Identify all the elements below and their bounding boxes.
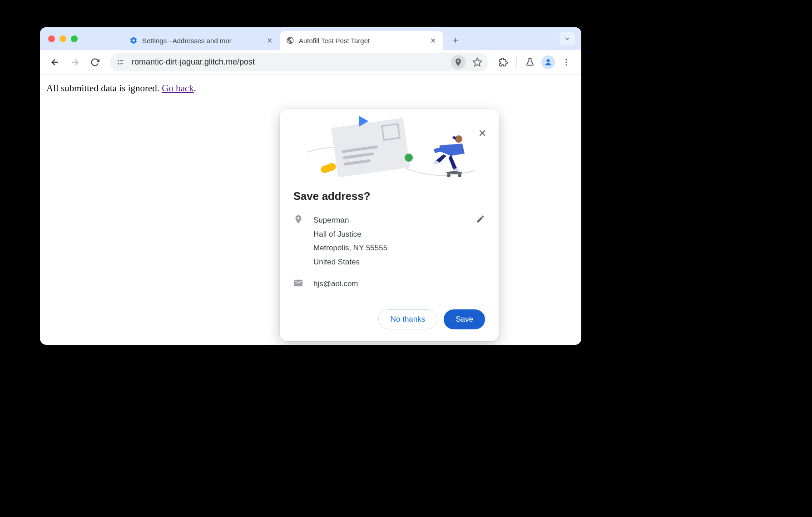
svg-rect-4	[120, 60, 124, 61]
page-text: All submitted data is ignored.	[46, 83, 162, 94]
no-thanks-button[interactable]: No thanks	[378, 309, 438, 329]
dialog-illustration: ✕	[280, 109, 499, 186]
close-dialog-button[interactable]: ✕	[476, 127, 489, 140]
email-icon	[293, 277, 303, 291]
extensions-button[interactable]	[495, 54, 512, 71]
browser-window: Settings - Addresses and mor ✕ Autofill …	[40, 27, 581, 345]
tab-autofill-test[interactable]: Autofill Test Post Target ✕	[280, 31, 443, 50]
back-button[interactable]	[46, 54, 64, 71]
window-controls	[48, 27, 78, 50]
svg-point-9	[565, 59, 567, 60]
email-row: hjs@aol.com	[293, 277, 485, 291]
maximize-window-button[interactable]	[71, 35, 78, 42]
tab-title: Autofill Test Post Target	[299, 37, 424, 45]
save-button[interactable]: Save	[444, 309, 485, 329]
svg-point-17	[433, 161, 439, 164]
svg-point-18	[453, 169, 459, 171]
close-tab-icon[interactable]: ✕	[265, 36, 273, 45]
address-row: Superman Hall of Justice Metropolis, NY …	[293, 214, 485, 269]
dialog-body: Save address? Superman Hall of Justice M…	[280, 186, 499, 291]
svg-point-11	[565, 64, 567, 65]
address-text: Superman Hall of Justice Metropolis, NY …	[313, 214, 466, 269]
svg-point-12	[455, 135, 462, 143]
address-bar[interactable]: romantic-dirt-jaguar.glitch.me/post	[110, 53, 488, 71]
address-name: Superman	[313, 214, 466, 228]
close-tab-icon[interactable]: ✕	[429, 36, 437, 45]
svg-point-16	[458, 174, 461, 177]
toolbar-divider	[516, 57, 517, 67]
profile-button[interactable]	[541, 55, 555, 69]
globe-icon	[286, 36, 294, 45]
tab-strip: Settings - Addresses and mor ✕ Autofill …	[40, 27, 581, 50]
forward-button[interactable]	[66, 54, 84, 71]
save-address-dialog: ✕ Save address? Superman Hall of Justice…	[280, 109, 499, 341]
email-text: hjs@aol.com	[313, 277, 485, 291]
new-tab-button[interactable]: +	[448, 33, 463, 48]
address-line2: Metropolis, NY 55555	[313, 241, 466, 255]
minimize-window-button[interactable]	[59, 35, 66, 42]
svg-point-8	[547, 59, 550, 62]
svg-rect-13	[434, 147, 442, 153]
svg-point-10	[565, 61, 567, 63]
address-line1: Hall of Justice	[313, 228, 466, 242]
svg-rect-5	[120, 63, 124, 64]
reload-button[interactable]	[86, 54, 104, 71]
tab-title: Settings - Addresses and mor	[142, 37, 261, 45]
labs-button[interactable]	[521, 54, 539, 71]
toolbar: romantic-dirt-jaguar.glitch.me/post	[40, 50, 581, 75]
svg-point-2	[118, 60, 119, 61]
go-back-link[interactable]: Go back	[162, 83, 194, 94]
site-info-icon[interactable]	[114, 55, 127, 69]
page-text-after: .	[194, 83, 196, 94]
dialog-actions: No thanks Save	[280, 299, 499, 329]
tab-search-button[interactable]	[559, 32, 575, 45]
gear-icon	[129, 36, 138, 45]
close-window-button[interactable]	[48, 35, 55, 42]
url-text: romantic-dirt-jaguar.glitch.me/post	[132, 57, 446, 67]
bookmark-star-icon[interactable]	[470, 55, 485, 70]
dialog-title: Save address?	[293, 190, 485, 203]
svg-point-15	[447, 174, 451, 177]
svg-marker-6	[473, 58, 481, 65]
location-pin-icon[interactable]	[451, 55, 465, 70]
tab-settings[interactable]: Settings - Addresses and mor ✕	[123, 31, 280, 50]
location-pin-icon	[293, 214, 303, 269]
edit-address-button[interactable]	[476, 214, 485, 269]
address-country: United States	[313, 255, 466, 269]
page-content: All submitted data is ignored. Go back.	[40, 75, 581, 102]
menu-button[interactable]	[558, 54, 575, 71]
svg-point-3	[118, 63, 119, 64]
